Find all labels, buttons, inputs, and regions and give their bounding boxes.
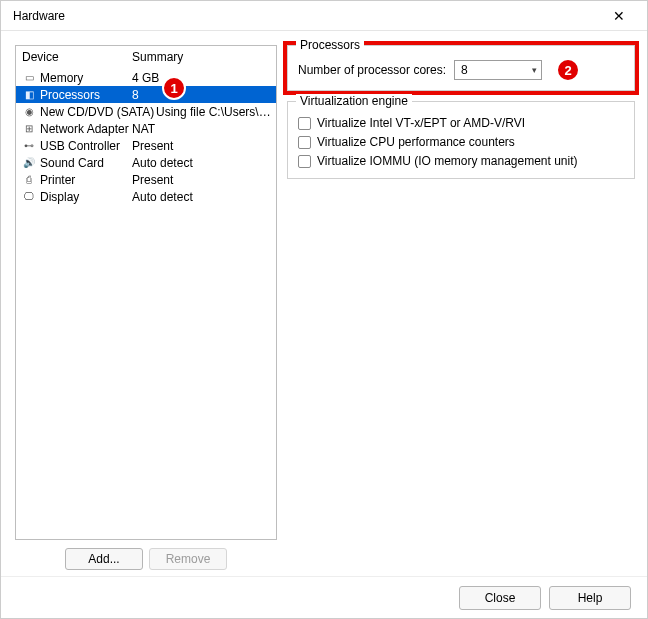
device-summary: Auto detect: [132, 190, 272, 204]
device-summary: Present: [132, 139, 272, 153]
processors-icon: ◧: [22, 88, 36, 102]
device-name: Sound Card: [40, 156, 132, 170]
device-name: Network Adapter: [40, 122, 132, 136]
cores-label: Number of processor cores:: [298, 63, 446, 77]
device-name: USB Controller: [40, 139, 132, 153]
processors-legend: Processors: [296, 38, 364, 52]
device-name: Printer: [40, 173, 132, 187]
virtualization-group: Virtualization engine Virtualize Intel V…: [287, 101, 635, 179]
checkbox-vtx[interactable]: Virtualize Intel VT-x/EPT or AMD-V/RVI: [298, 116, 624, 130]
device-row-processors[interactable]: ◧ Processors 8: [16, 86, 276, 103]
window-title: Hardware: [13, 9, 65, 23]
device-name: Memory: [40, 71, 132, 85]
network-icon: ⊞: [22, 122, 36, 136]
device-row-memory[interactable]: ▭ Memory 4 GB: [16, 69, 276, 86]
close-button[interactable]: Close: [459, 586, 541, 610]
device-name: Display: [40, 190, 132, 204]
column-header-summary[interactable]: Summary: [132, 50, 272, 64]
device-row-printer[interactable]: ⎙ Printer Present: [16, 171, 276, 188]
device-summary: NAT: [132, 122, 272, 136]
device-name: Processors: [40, 88, 132, 102]
checkbox-icon: [298, 155, 311, 168]
device-row-display[interactable]: 🖵 Display Auto detect: [16, 188, 276, 205]
display-icon: 🖵: [22, 190, 36, 204]
device-row-network[interactable]: ⊞ Network Adapter NAT: [16, 120, 276, 137]
device-row-usb[interactable]: ⊷ USB Controller Present: [16, 137, 276, 154]
device-summary: Present: [132, 173, 272, 187]
device-summary: 4 GB: [132, 71, 272, 85]
help-button[interactable]: Help: [549, 586, 631, 610]
checkbox-label: Virtualize Intel VT-x/EPT or AMD-V/RVI: [317, 116, 525, 130]
device-row-cddvd[interactable]: ◉ New CD/DVD (SATA) Using file C:\Users\…: [16, 103, 276, 120]
checkbox-iommu[interactable]: Virtualize IOMMU (IO memory management u…: [298, 154, 624, 168]
device-summary: Using file C:\Users\codru\De...: [156, 105, 272, 119]
device-name: New CD/DVD (SATA): [40, 105, 156, 119]
cores-dropdown[interactable]: 8 ▾: [454, 60, 542, 80]
column-header-device[interactable]: Device: [22, 50, 132, 64]
device-list[interactable]: Device Summary ▭ Memory 4 GB ◧ Processor…: [15, 45, 277, 540]
remove-button: Remove: [149, 548, 227, 570]
checkbox-icon: [298, 117, 311, 130]
processors-group: Processors Number of processor cores: 8 …: [287, 45, 635, 91]
cd-icon: ◉: [22, 105, 36, 119]
printer-icon: ⎙: [22, 173, 36, 187]
usb-icon: ⊷: [22, 139, 36, 153]
virtualization-legend: Virtualization engine: [296, 94, 412, 108]
checkbox-label: Virtualize IOMMU (IO memory management u…: [317, 154, 578, 168]
cores-value: 8: [461, 63, 468, 77]
device-summary: Auto detect: [132, 156, 272, 170]
chevron-down-icon: ▾: [532, 65, 537, 75]
checkbox-perf-counters[interactable]: Virtualize CPU performance counters: [298, 135, 624, 149]
sound-icon: 🔊: [22, 156, 36, 170]
add-button[interactable]: Add...: [65, 548, 143, 570]
checkbox-label: Virtualize CPU performance counters: [317, 135, 515, 149]
checkbox-icon: [298, 136, 311, 149]
close-icon[interactable]: ✕: [601, 2, 637, 30]
device-row-sound[interactable]: 🔊 Sound Card Auto detect: [16, 154, 276, 171]
memory-icon: ▭: [22, 71, 36, 85]
device-summary: 8: [132, 88, 272, 102]
